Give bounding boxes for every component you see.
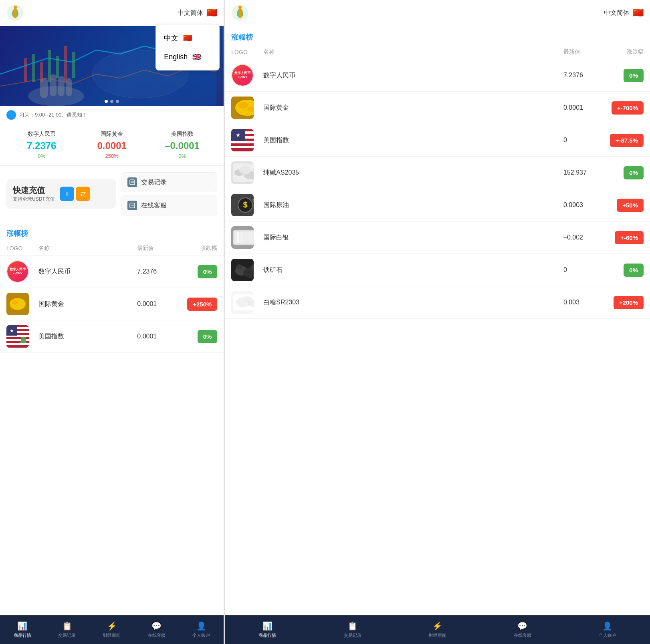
svg-rect-38 [6, 343, 29, 345]
right-value-4: 0.0003 [563, 201, 604, 209]
name-usa: 美国指数 [38, 332, 137, 341]
left-lang-label: 中文简体 [178, 9, 203, 17]
right-bottom-nav: 📊 商品行情 📋 交易记录 ⚡ 财经新闻 💬 在线客服 👤 个人账户 [225, 615, 650, 644]
quick-icons: U [60, 187, 90, 201]
value-digital-yuan: 7.2376 [137, 268, 177, 275]
stat-pct-2: 0% [147, 153, 217, 159]
right-badge-4: +50% [617, 199, 644, 212]
right-panel: 中文简体 🇨🇳 涨幅榜 LOGO 名称 最新值 涨跌幅 数字人民币e-CNY 数… [225, 0, 650, 644]
left-lang-selector[interactable]: 中文简体 🇨🇳 [178, 8, 217, 18]
quick-subtitle: 支持全球USDT充值 [13, 196, 55, 203]
change-gold: +250% [177, 298, 217, 311]
badge-digital-yuan: 0% [198, 265, 218, 278]
right-logo-oil: $ OIL [231, 194, 263, 216]
nav-trade-right[interactable]: 📋 交易记录 [310, 619, 395, 641]
right-section-title: 涨幅榜 [231, 32, 644, 42]
quick-recharge-text: 快速充值 支持全球USDT充值 [13, 185, 55, 203]
lang-en-flag: 🇬🇧 [192, 52, 201, 61]
svg-rect-14 [50, 74, 57, 96]
svg-text:★: ★ [10, 328, 14, 334]
nav-news-left[interactable]: ⚡ 财经新闻 [89, 619, 134, 641]
svg-point-84 [236, 264, 242, 269]
table-row: 数字人民币e-CNY 数字人民币 7.2376 0% [0, 256, 224, 288]
nav-news-label: 财经新闻 [103, 632, 121, 638]
lang-item-en[interactable]: English 🇬🇧 [156, 48, 219, 66]
logo-usa: ★ [6, 325, 38, 348]
svg-rect-16 [66, 78, 72, 96]
right-nav-service-label: 在线客服 [514, 632, 531, 638]
notice-icon: 🌐 [6, 110, 16, 120]
nav-service-left[interactable]: 💬 在线客服 [134, 619, 179, 641]
left-lang-flag: 🇨🇳 [206, 8, 217, 18]
right-value-2: 0 [563, 137, 604, 144]
nav-account-right[interactable]: 👤 个人账户 [565, 619, 650, 641]
svg-point-70 [239, 166, 251, 174]
trade-record-icon [127, 177, 137, 187]
lang-item-zh[interactable]: 中文 🇨🇳 [156, 28, 219, 48]
svg-point-26 [10, 298, 26, 310]
right-table-header: LOGO 名称 最新值 涨跌幅 [225, 45, 650, 59]
svg-rect-57 [231, 141, 254, 143]
table-row: 白糖SR2303 0.003 +200% [225, 286, 650, 319]
svg-rect-78 [237, 232, 239, 243]
quick-actions: 快速充值 支持全球USDT充值 U 交易记录 [0, 166, 224, 222]
right-lang-selector[interactable]: 中文简体 🇨🇳 [604, 8, 644, 18]
col-change-header: 涨跌幅 [177, 245, 217, 252]
right-col-logo-header: LOGO [231, 49, 263, 55]
svg-point-19 [79, 190, 87, 198]
svg-rect-15 [58, 76, 65, 96]
nav-account-left[interactable]: 👤 个人账户 [179, 619, 224, 641]
trade-record-btn[interactable]: 交易记录 [121, 172, 217, 192]
hero-pagination [105, 100, 119, 103]
stat-us-index: 美国指数 –0.0001 0% [147, 131, 217, 159]
nav-market-label: 商品行情 [14, 632, 31, 638]
market-icon: 📊 [17, 621, 27, 631]
nav-news-right[interactable]: ⚡ 财经新闻 [395, 619, 480, 641]
left-header: 中文简体 🇨🇳 [0, 0, 224, 26]
nav-market-right[interactable]: 📊 商品行情 [225, 619, 310, 641]
nav-account-label: 个人账户 [192, 632, 210, 638]
trade-icon: 📋 [62, 621, 72, 631]
svg-text:★: ★ [236, 132, 241, 138]
quick-recharge[interactable]: 快速充值 支持全球USDT充值 U [6, 179, 116, 209]
right-logo-iron [231, 259, 263, 281]
right-change-0: 0% [604, 69, 644, 82]
right-name-2: 美国指数 [263, 136, 563, 145]
right-change-6: 0% [604, 264, 644, 277]
hero-dot-2 [110, 100, 113, 103]
svg-rect-79 [241, 232, 242, 243]
nav-trade-left[interactable]: 📋 交易记录 [45, 619, 90, 641]
col-value-header: 最新值 [137, 245, 177, 252]
right-value-6: 0 [563, 266, 604, 274]
quick-right-actions: 交易记录 在线客服 [121, 172, 217, 215]
stat-pct-0: 0% [6, 153, 77, 159]
trade-record-label: 交易记录 [141, 178, 167, 187]
right-logo-usa: ★ [231, 129, 263, 151]
svg-text:$: $ [243, 200, 248, 209]
right-badge-0: 0% [624, 69, 644, 82]
notice-text: 习为：9:00--21:00。请悉知！ [19, 111, 88, 119]
nav-service-label: 在线客服 [148, 632, 166, 638]
service-icon: 💬 [151, 621, 161, 631]
stat-label-2: 美国指数 [147, 131, 217, 138]
right-logo-silver [231, 226, 263, 249]
lang-dropdown: 中文 🇨🇳 English 🇬🇧 [155, 24, 220, 70]
account-icon: 👤 [196, 621, 206, 631]
notice-bar: 🌐 习为：9:00--21:00。请悉知！ [0, 106, 224, 124]
right-logo-sugar [231, 291, 263, 314]
svg-point-49 [238, 102, 248, 109]
right-value-1: 0.0001 [563, 104, 604, 111]
right-market-icon: 📊 [262, 621, 273, 631]
stat-label-1: 国际黄金 [77, 131, 147, 138]
nav-market-left[interactable]: 📊 商品行情 [0, 619, 45, 641]
svg-point-89 [242, 296, 252, 302]
online-service-btn[interactable]: 在线客服 [121, 195, 217, 215]
right-table-body: 数字人民币e-CNY 数字人民币 7.2376 0% [225, 59, 650, 615]
right-change-5: +-60% [604, 231, 644, 244]
svg-rect-13 [40, 78, 48, 98]
right-badge-6: 0% [624, 264, 644, 277]
nav-service-right[interactable]: 💬 在线客服 [480, 619, 565, 641]
svg-rect-59 [231, 146, 254, 148]
right-badge-1: +-700% [612, 101, 644, 115]
logo-gold [6, 293, 38, 315]
